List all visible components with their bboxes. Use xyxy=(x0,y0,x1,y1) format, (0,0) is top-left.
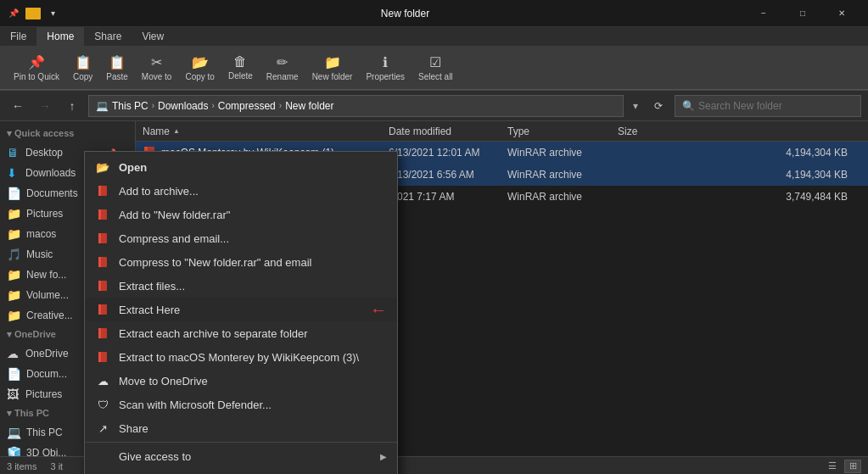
pin-quick-access-button[interactable]: 📌 Pin to Quick xyxy=(7,53,66,83)
ctx-give-access[interactable]: Give access to ▶ xyxy=(85,444,397,468)
minimize-button[interactable]: − xyxy=(744,0,783,27)
pin-icon: 📌 xyxy=(28,54,45,70)
ctx-extract-here[interactable]: Extract Here ← xyxy=(85,298,397,321)
col-name-label: Name xyxy=(143,125,170,137)
ribbon-content: 📌 Pin to Quick 📋 Copy 📋 Paste ✂ Move to … xyxy=(0,46,868,90)
rar-icon-4 xyxy=(95,254,110,270)
path-downloads: Downloads xyxy=(158,100,208,112)
onedrive-icon: ☁ xyxy=(7,347,20,360)
properties-button[interactable]: ℹ Properties xyxy=(359,53,412,83)
downloads-icon: ⬇ xyxy=(7,166,20,180)
rar-icon-3 xyxy=(95,231,110,246)
file-date-1: 6/13/2021 12:01 AM xyxy=(389,147,507,159)
title-bar: 📌 ▾ New folder − □ ✕ xyxy=(0,0,868,27)
rar-add-icon xyxy=(95,183,110,198)
up-button[interactable]: ↑ xyxy=(61,95,83,117)
rar-icon-6 xyxy=(95,349,110,365)
sidebar-macos-label: macos xyxy=(26,228,56,240)
address-path[interactable]: 💻 This PC › Downloads › Compressed › New… xyxy=(88,95,624,117)
ctx-add-new-folder-rar[interactable]: Add to "New folder.rar" xyxy=(85,203,397,226)
sidebar-this-pc-label: This PC xyxy=(26,427,63,438)
ctx-compress-email[interactable]: Compress and email... xyxy=(85,226,397,250)
window-controls: − □ ✕ xyxy=(744,0,861,27)
tab-home[interactable]: Home xyxy=(36,27,84,46)
tab-file[interactable]: File xyxy=(0,27,36,46)
col-type-header[interactable]: Type xyxy=(507,125,618,137)
macos-icon: 📁 xyxy=(7,227,21,241)
sort-icon: ▲ xyxy=(173,127,180,135)
pin-icon[interactable]: 📌 xyxy=(7,7,20,20)
file-size-1: 4,194,304 KB xyxy=(618,147,861,159)
col-name-header[interactable]: Name ▲ xyxy=(143,125,389,137)
search-box[interactable]: 🔍 xyxy=(675,95,861,117)
file-size-2: 4,194,304 KB xyxy=(618,169,861,181)
file-type-3: WinRAR archive xyxy=(507,191,618,203)
select-all-icon: ☑ xyxy=(429,54,441,70)
path-sep-1: › xyxy=(152,101,154,110)
path-sep-3: › xyxy=(279,101,282,110)
refresh-button[interactable]: ⟳ xyxy=(647,95,669,117)
search-input[interactable] xyxy=(698,100,854,112)
properties-label: Properties xyxy=(366,72,405,81)
grid-view-button[interactable]: ⊞ xyxy=(844,460,861,473)
back-button[interactable]: ← xyxy=(7,95,29,117)
desktop-icon: 🖥 xyxy=(7,146,20,159)
ctx-add-archive[interactable]: Add to archive... xyxy=(85,179,397,203)
ctx-scan-defender[interactable]: 🛡 Scan with Microsoft Defender... xyxy=(85,393,397,416)
copy-button[interactable]: 📋 Copy xyxy=(66,53,99,83)
ctx-extract-to[interactable]: Extract to macOS Monterey by WikiKeepcom… xyxy=(85,345,397,369)
move-button[interactable]: ✂ Move to xyxy=(135,53,179,83)
sidebar-desktop-label: Desktop xyxy=(25,147,63,159)
svg-rect-14 xyxy=(98,233,101,243)
path-new-folder: New folder xyxy=(285,100,333,112)
copy-to-icon: 📂 xyxy=(192,54,209,70)
ctx-open[interactable]: 📂 Open xyxy=(85,155,397,179)
pictures-icon: 📁 xyxy=(7,207,21,220)
select-all-button[interactable]: ☑ Select all xyxy=(412,53,460,83)
sidebar-od-pics-label: Pictures xyxy=(25,388,62,400)
tab-view[interactable]: View xyxy=(132,27,174,46)
ctx-extract-files[interactable]: Extract files... xyxy=(85,274,397,298)
shield-icon: 🛡 xyxy=(95,397,110,412)
path-dropdown-button[interactable]: ▾ xyxy=(629,95,642,117)
rename-button[interactable]: ✏ Rename xyxy=(260,53,305,83)
rename-label: Rename xyxy=(266,72,299,81)
forward-button[interactable]: → xyxy=(34,95,56,117)
maximize-button[interactable]: □ xyxy=(783,0,822,27)
sidebar-newfolder-label: New fo... xyxy=(26,269,66,281)
new-folder-button[interactable]: 📁 New folder xyxy=(305,53,360,83)
red-arrow: ← xyxy=(370,300,387,320)
share-icon: ↗ xyxy=(95,421,110,436)
sidebar-volume-label: Volume... xyxy=(26,289,69,301)
col-size-header[interactable]: Size xyxy=(618,125,861,137)
ctx-share[interactable]: ↗ Share xyxy=(85,416,397,440)
rar-icon-5 xyxy=(95,326,110,341)
ctx-extract-separate[interactable]: Extract each archive to separate folder xyxy=(85,321,397,345)
sidebar-3d-label: 3D Obj... xyxy=(26,447,66,456)
title-bar-toolbar: 📌 ▾ xyxy=(7,7,59,20)
close-button[interactable]: ✕ xyxy=(822,0,861,27)
quick-access-label: ▾ Quick access xyxy=(0,125,135,142)
column-header: Name ▲ Date modified Type Size xyxy=(136,121,868,142)
ctx-move-onedrive[interactable]: ☁ Move to OneDrive xyxy=(85,369,397,393)
col-date-header[interactable]: Date modified xyxy=(389,125,507,137)
sidebar-onedrive-label: OneDrive xyxy=(25,348,69,360)
submenu-arrow: ▶ xyxy=(380,452,387,461)
paste-button[interactable]: 📋 Paste xyxy=(99,53,135,83)
sidebar-documents-label: Documents xyxy=(26,187,78,199)
tab-share[interactable]: Share xyxy=(84,27,132,46)
open-icon: 📂 xyxy=(95,159,110,175)
selected-count: 3 it xyxy=(50,461,63,471)
ctx-compress-email-2[interactable]: Compress to "New folder.rar" and email xyxy=(85,250,397,274)
ctx-share-send-anywhere[interactable]: S Share with Send Anywhere xyxy=(85,468,397,474)
new-folder-icon: 📁 xyxy=(324,54,341,70)
copy-to-button[interactable]: 📂 Copy to xyxy=(178,53,221,83)
copy-label: Copy xyxy=(73,72,92,81)
separator-1 xyxy=(85,442,397,443)
ribbon-tabs: File Home Share View xyxy=(0,27,868,46)
details-view-button[interactable]: ☰ xyxy=(824,460,841,473)
dropdown-arrow-icon[interactable]: ▾ xyxy=(46,7,59,20)
delete-button[interactable]: 🗑 Delete xyxy=(221,53,260,82)
move-label: Move to xyxy=(142,72,172,81)
3d-icon: 🧊 xyxy=(7,446,21,456)
